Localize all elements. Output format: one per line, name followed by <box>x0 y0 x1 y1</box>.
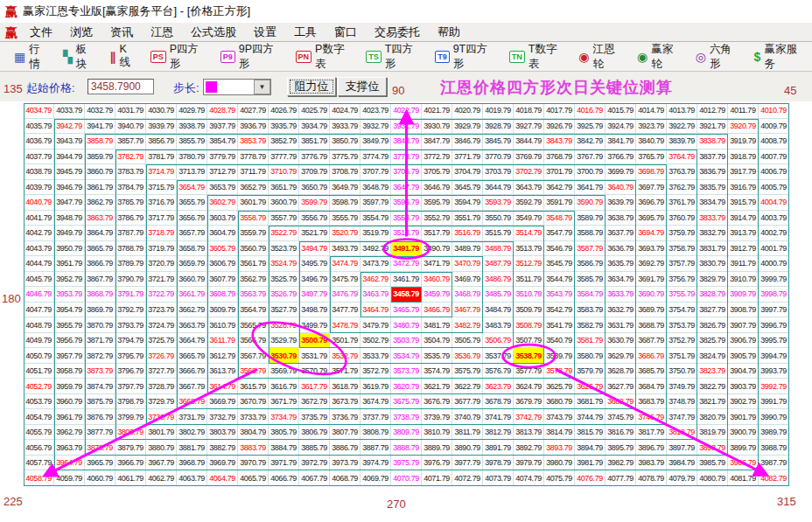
grid-cell: 3738.79 <box>391 409 422 425</box>
grid-cell: 3782.79 <box>116 150 146 165</box>
grid-cell: 4063.79 <box>177 470 207 486</box>
grid-cell: 3987.79 <box>759 456 789 471</box>
grid-cell: 4000.79 <box>759 256 789 272</box>
grid-cell: 3902.79 <box>728 394 759 410</box>
grid-cell: 3883.79 <box>238 440 269 456</box>
grid-cell: 3819.79 <box>697 425 728 441</box>
grid-cell: 3993.79 <box>759 364 789 379</box>
start-price-input[interactable] <box>88 79 154 94</box>
grid-cell: 3981.79 <box>575 456 606 471</box>
grid-cell: 3481.79 <box>422 317 452 333</box>
grid-cell: 3642.79 <box>544 180 575 196</box>
grid-cell: 3852.79 <box>269 134 299 150</box>
grid-cell: 3517.79 <box>422 226 452 241</box>
support-button[interactable]: 支撑位 <box>338 77 387 96</box>
grid-cell: 3873.79 <box>85 364 116 379</box>
grid-cell: 3480.79 <box>391 317 422 333</box>
grid-cell: 3948.79 <box>54 211 85 226</box>
grid-cell: 4061.79 <box>116 470 146 486</box>
grid-cell: 3853.79 <box>238 134 269 150</box>
grid-cell: 3574.79 <box>422 364 452 379</box>
toolbar-button-P数字表[interactable]: PNP数字表 <box>289 38 360 75</box>
toolbar-button-9P四方形[interactable]: P99P四方形 <box>214 38 289 75</box>
grid-cell: 3668.79 <box>177 394 207 410</box>
grid-cell: 3514.79 <box>514 226 544 241</box>
grid-cell: 3641.79 <box>575 180 606 196</box>
grid-cell: 3940.79 <box>116 119 146 135</box>
grid-cell: 3818.79 <box>667 425 697 441</box>
grid-cell: 4049.79 <box>24 333 54 349</box>
child-window-icon[interactable]: 赢 <box>5 26 18 38</box>
grid-cell: 3843.79 <box>544 134 575 150</box>
toolbar-button-T数字表[interactable]: TNT数字表 <box>502 38 571 75</box>
grid-cell: 3736.79 <box>330 409 360 425</box>
grid-cell: 3599.79 <box>299 195 330 211</box>
grid-cell: 3984.79 <box>667 456 697 471</box>
grid-cell: 3697.79 <box>636 180 667 196</box>
grid-cell: 3584.79 <box>575 287 606 303</box>
grid-cell: 4058.79 <box>24 470 54 486</box>
grid-cell: 3540.79 <box>544 333 575 349</box>
grid-cell: 3735.79 <box>299 409 330 425</box>
toolbar-button-9T四方形[interactable]: T99T四方形 <box>428 38 502 75</box>
toolbar-button-江恩轮[interactable]: ◉江恩轮 <box>571 38 630 75</box>
chevron-down-icon[interactable]: ▼ <box>254 80 270 94</box>
grid-cell: 3793.79 <box>116 317 146 333</box>
angle-label-315: 315 <box>777 495 796 508</box>
grid-cell: 3747.79 <box>667 409 697 425</box>
grid-cell: 3483.79 <box>483 317 514 333</box>
toolbar-button-六角形[interactable]: ◎六角形 <box>689 38 747 75</box>
grid-cell: 3622.79 <box>452 379 483 394</box>
grid-cell: 3643.79 <box>514 180 544 196</box>
grid-cell: 3988.79 <box>759 440 789 456</box>
grid-cell: 3558.79 <box>238 211 269 226</box>
grid-cell: 3662.79 <box>177 303 207 318</box>
angle-label-45: 45 <box>784 84 796 97</box>
grid-cell: 3860.79 <box>85 164 116 180</box>
toolbar-button-赢家轮[interactable]: ◉赢家轮 <box>630 38 689 75</box>
grid-cell: 3921.79 <box>697 119 728 135</box>
grid-cell: 3590.79 <box>575 195 606 211</box>
grid-cell: 4069.79 <box>360 470 391 486</box>
toolbar-button-P四方形[interactable]: PSP四方形 <box>144 38 214 75</box>
grid-cell: 4068.79 <box>330 470 360 486</box>
grid-cell: 3775.79 <box>330 150 360 165</box>
grid-cell: 3925.79 <box>575 119 606 135</box>
grid-cell: 4022.79 <box>391 103 422 119</box>
step-color-dropdown[interactable]: ▼ <box>203 79 271 95</box>
toolbar-button-赢家服务[interactable]: $赢家服务 <box>747 38 812 75</box>
grid-cell: 3468.79 <box>452 287 483 303</box>
grid-cell: 3752.79 <box>667 333 697 349</box>
resistance-button[interactable]: 阻力位 <box>287 77 336 96</box>
toolbar-button-K线[interactable]: ∥K线 <box>103 39 144 73</box>
toolbar-button-label: P数字表 <box>315 42 352 72</box>
toolbar-button-板块[interactable]: ▚板块 <box>56 38 103 75</box>
grid-cell: 3941.79 <box>85 119 116 135</box>
grid-cell: 3577.79 <box>514 364 544 379</box>
grid-cell: 3955.79 <box>54 317 85 333</box>
grid-cell: 3807.79 <box>330 425 360 441</box>
toolbar-button-行情[interactable]: ▦行情 <box>7 38 56 75</box>
grid-cell: 4020.79 <box>452 103 483 119</box>
grid-cell: 3797.79 <box>116 379 146 394</box>
grid-cell: 3929.79 <box>452 119 483 135</box>
grid-cell: 3635.79 <box>606 256 636 272</box>
grid-cell: 3727.79 <box>146 364 177 379</box>
grid-cell: 3504.79 <box>422 333 452 349</box>
grid-cell: 3581.79 <box>575 333 606 349</box>
grid-cell: 3692.79 <box>636 256 667 272</box>
grid-cell: 3596.79 <box>391 195 422 211</box>
grid-cell: 3672.79 <box>299 394 330 410</box>
grid-cell: 3968.79 <box>177 456 207 471</box>
grid-cell: 4073.79 <box>483 470 514 486</box>
grid-cell: 3915.79 <box>728 195 759 211</box>
toolbar-button-T四方形[interactable]: TST四方形 <box>359 38 428 75</box>
grid-cell: 3634.79 <box>606 272 636 288</box>
grid-cell: 4002.79 <box>759 226 789 241</box>
grid-cell: 3874.79 <box>85 379 116 394</box>
grid-cell: 3534.79 <box>391 348 422 364</box>
grid-cell: 3942.79 <box>54 119 85 135</box>
grid-cell: 3503.79 <box>391 333 422 349</box>
grid-cell: 3926.79 <box>544 119 575 135</box>
grid-cell: 3769.79 <box>514 150 544 165</box>
